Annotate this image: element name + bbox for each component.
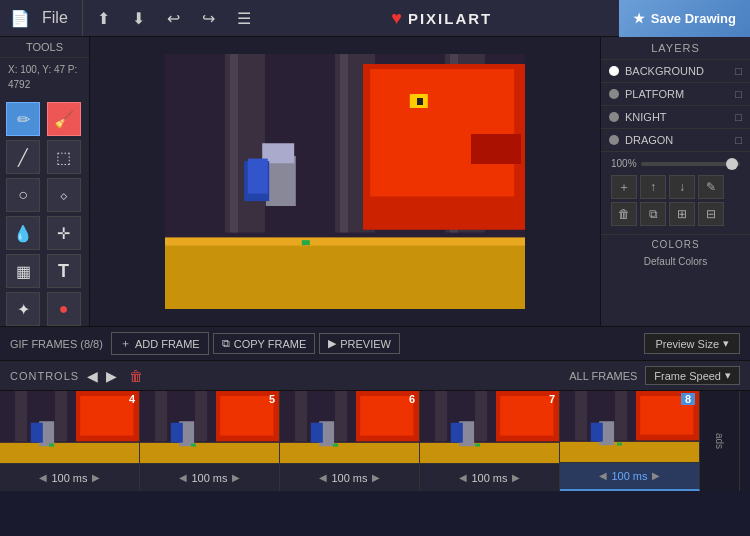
move-layer-up-btn[interactable]: ↑ — [640, 175, 666, 199]
canvas-area[interactable] — [90, 37, 600, 326]
add-frame-label: ADD FRAME — [135, 338, 200, 350]
frame-right-arrow[interactable]: ▶ — [372, 472, 380, 483]
play-icon: ▶ — [328, 337, 336, 350]
layers-title: LAYERS — [601, 37, 750, 60]
layer-visibility[interactable]: □ — [735, 65, 742, 77]
frame-bottom: ◀ 100 ms ▶ — [560, 462, 699, 489]
frame-canvas — [560, 391, 699, 462]
fill-tool[interactable]: ⬦ — [47, 178, 81, 212]
frame-left-arrow[interactable]: ◀ — [179, 472, 187, 483]
share-button[interactable]: ⬆ — [93, 7, 114, 30]
layer-name: KNIGHT — [625, 111, 729, 123]
frame-bottom: ◀ 100 ms ▶ — [0, 463, 139, 491]
frame-number: 4 — [129, 393, 135, 405]
frame-thumb: 5 — [140, 391, 279, 463]
merge-layer-btn[interactable]: ⊞ — [669, 202, 695, 226]
text-tool[interactable]: T — [47, 254, 81, 288]
wand-tool[interactable]: ✦ — [6, 292, 40, 326]
next-frame-btn[interactable]: ▶ — [106, 368, 117, 384]
frame-right-arrow[interactable]: ▶ — [512, 472, 520, 483]
layer-background[interactable]: BACKGROUND □ — [601, 60, 750, 83]
frame-left-arrow[interactable]: ◀ — [39, 472, 47, 483]
flatten-layer-btn[interactable]: ⊟ — [698, 202, 724, 226]
file-section: 📄 File — [0, 0, 83, 36]
layer-visibility[interactable]: □ — [735, 111, 742, 123]
frame-item[interactable]: 5 ◀ 100 ms ▶ — [140, 391, 280, 491]
frame-thumb: 4 — [0, 391, 139, 463]
layer-name: BACKGROUND — [625, 65, 729, 77]
chevron-down-icon: ▾ — [723, 337, 729, 350]
frame-item-selected[interactable]: 8 ◀ 100 ms ▶ — [560, 391, 700, 491]
opacity-label: 100% — [611, 158, 637, 169]
preview-size-button[interactable]: Preview Size ▾ — [644, 333, 740, 354]
frame-left-arrow[interactable]: ◀ — [459, 472, 467, 483]
select-tool[interactable]: ⬚ — [47, 140, 81, 174]
layer-name: PLATFORM — [625, 88, 729, 100]
all-frames-label: ALL FRAMES — [569, 370, 637, 382]
frame-ms: 100 ms — [51, 472, 87, 484]
frame-thumb: 8 — [560, 391, 699, 462]
frame-speed-button[interactable]: Frame Speed ▾ — [645, 366, 740, 385]
eyedropper-tool[interactable]: 💧 — [6, 216, 40, 250]
frame-number: 6 — [409, 393, 415, 405]
undo-button[interactable]: ↩ — [163, 7, 184, 30]
edit-layer-btn[interactable]: ✎ — [698, 175, 724, 199]
frames-scroll[interactable]: 4 ◀ 100 ms ▶ 5 ◀ 100 ms ▶ 6 — [0, 391, 750, 491]
layer-visibility[interactable]: □ — [735, 88, 742, 100]
topbar: 📄 File ⬆ ⬇ ↩ ↪ ☰ ♥ PIXILART ★ Save Drawi… — [0, 0, 750, 37]
delete-frame-btn[interactable]: 🗑 — [129, 368, 143, 384]
layer-platform[interactable]: PLATFORM □ — [601, 83, 750, 106]
layer-dot — [609, 89, 619, 99]
file-button[interactable]: File — [38, 7, 72, 29]
circle-tool[interactable]: ○ — [6, 178, 40, 212]
frame-item[interactable]: 7 ◀ 100 ms ▶ — [420, 391, 560, 491]
frame-left-arrow[interactable]: ◀ — [599, 470, 607, 481]
preview-button[interactable]: ▶ PREVIEW — [319, 333, 400, 354]
layer-visibility[interactable]: □ — [735, 134, 742, 146]
duplicate-layer-btn[interactable]: ⧉ — [640, 202, 666, 226]
colors-title: COLORS — [605, 239, 746, 250]
frame-item[interactable]: 4 ◀ 100 ms ▶ — [0, 391, 140, 491]
pattern-tool[interactable]: ▦ — [6, 254, 40, 288]
add-frame-button[interactable]: ＋ ADD FRAME — [111, 332, 209, 355]
download-button[interactable]: ⬇ — [128, 7, 149, 30]
coords-display: X: 100, Y: 47 P: 4792 — [0, 58, 89, 96]
add-layer-btn[interactable]: ＋ — [611, 175, 637, 199]
colors-section: COLORS Default Colors — [601, 234, 750, 273]
prev-frame-btn[interactable]: ◀ — [87, 368, 98, 384]
layer-dot — [609, 135, 619, 145]
frame-right-arrow[interactable]: ▶ — [652, 470, 660, 481]
save-drawing-button[interactable]: ★ Save Drawing — [619, 0, 750, 37]
frame-item[interactable]: 6 ◀ 100 ms ▶ — [280, 391, 420, 491]
frame-thumb: 6 — [280, 391, 419, 463]
save-button-label: Save Drawing — [651, 11, 736, 26]
eraser-tool[interactable]: 🧹 — [47, 102, 81, 136]
dot-tool[interactable]: ● — [47, 292, 81, 326]
gif-bar: GIF FRAMES (8/8) ＋ ADD FRAME ⧉ COPY FRAM… — [0, 326, 750, 361]
opacity-slider[interactable] — [641, 162, 740, 166]
layer-knight[interactable]: KNIGHT □ — [601, 106, 750, 129]
layer-dot — [609, 112, 619, 122]
redo-button[interactable]: ↪ — [198, 7, 219, 30]
menu-button[interactable]: ☰ — [233, 7, 255, 30]
frame-right-arrow[interactable]: ▶ — [232, 472, 240, 483]
move-layer-down-btn[interactable]: ↓ — [669, 175, 695, 199]
layer-name: DRAGON — [625, 134, 729, 146]
frame-right-arrow[interactable]: ▶ — [92, 472, 100, 483]
frame-thumb: 7 — [420, 391, 559, 463]
line-tool[interactable]: ╱ — [6, 140, 40, 174]
brand-name: PIXILART — [408, 10, 492, 27]
copy-frame-button[interactable]: ⧉ COPY FRAME — [213, 333, 316, 354]
opacity-row: 100% — [607, 158, 744, 169]
delete-layer-btn[interactable]: 🗑 — [611, 202, 637, 226]
drawing-canvas[interactable] — [165, 54, 525, 309]
frame-canvas — [0, 391, 139, 463]
frame-canvas — [140, 391, 279, 463]
layers-controls: 100% ＋ ↑ ↓ ✎ 🗑 ⧉ ⊞ ⊟ — [601, 152, 750, 234]
layer-dragon[interactable]: DRAGON □ — [601, 129, 750, 152]
move-tool[interactable]: ✛ — [47, 216, 81, 250]
frame-left-arrow[interactable]: ◀ — [319, 472, 327, 483]
chevron-down-icon: ▾ — [725, 369, 731, 382]
frame-ms: 100 ms — [611, 470, 647, 482]
pencil-tool[interactable]: ✏ — [6, 102, 40, 136]
